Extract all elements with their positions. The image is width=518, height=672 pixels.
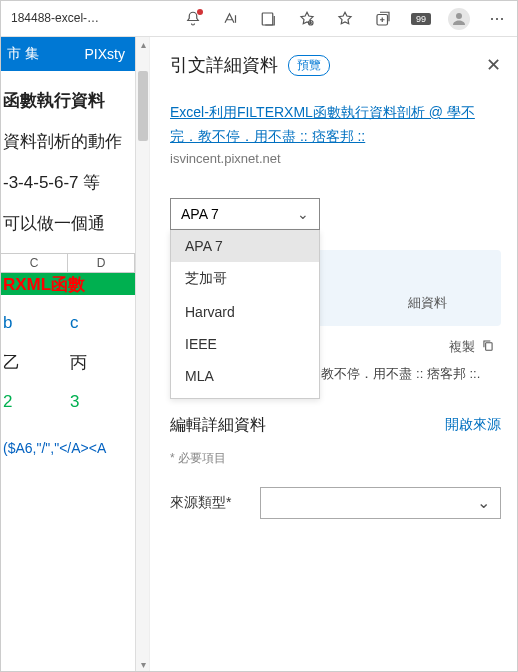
- tab-title: 184488-excel-利用...: [5, 10, 100, 27]
- citation-panel: 引文詳細資料 預覽 ✕ Excel-利用FILTERXML函數執行資料剖析 @ …: [150, 37, 517, 671]
- spreadsheet-header: CD: [1, 253, 135, 273]
- svg-rect-0: [262, 13, 273, 25]
- required-note: * 必要項目: [170, 450, 501, 467]
- spreadsheet-row: bc: [1, 313, 135, 333]
- style-dropdown[interactable]: APA 7 ⌄: [170, 198, 320, 230]
- source-type-select[interactable]: ⌄: [260, 487, 501, 519]
- scrollbar[interactable]: ▴ ▾: [136, 37, 150, 671]
- dropdown-list: APA 7 芝加哥 Harvard IEEE MLA: [170, 230, 320, 399]
- article-text: 函數執行資料: [3, 89, 135, 112]
- brand-badge[interactable]: 99: [405, 3, 437, 35]
- favorites-star-icon[interactable]: [291, 3, 323, 35]
- ribbon-item[interactable]: 市 集: [1, 45, 39, 63]
- more-icon[interactable]: ···: [481, 3, 513, 35]
- ribbon-item[interactable]: PIXsty: [85, 46, 135, 62]
- dropdown-option[interactable]: Harvard: [171, 296, 319, 328]
- scroll-thumb[interactable]: [138, 71, 148, 141]
- edit-details-title: 編輯詳細資料: [170, 415, 266, 436]
- chevron-down-icon: ⌄: [297, 206, 309, 222]
- dropdown-option[interactable]: IEEE: [171, 328, 319, 360]
- translate-icon[interactable]: [253, 3, 285, 35]
- copy-button[interactable]: 複製: [449, 338, 475, 356]
- collections-icon[interactable]: [367, 3, 399, 35]
- article-text: 可以做一個通: [3, 212, 135, 235]
- dropdown-value: APA 7: [181, 206, 219, 222]
- formula-text: ($A6,"/","</A><A: [1, 440, 135, 456]
- read-aloud-icon[interactable]: [215, 3, 247, 35]
- scroll-down-icon[interactable]: ▾: [136, 657, 150, 671]
- favorites-icon[interactable]: [329, 3, 361, 35]
- svg-point-3: [456, 13, 462, 19]
- notification-icon[interactable]: [177, 3, 209, 35]
- profile-avatar[interactable]: [443, 3, 475, 35]
- open-source-link[interactable]: 開啟來源: [445, 416, 501, 434]
- svg-rect-4: [486, 343, 492, 351]
- chevron-down-icon: ⌄: [477, 493, 490, 512]
- citation-host: isvincent.pixnet.net: [170, 151, 501, 166]
- panel-title: 引文詳細資料: [170, 53, 278, 77]
- preview-badge[interactable]: 預覽: [288, 55, 330, 76]
- scroll-up-icon[interactable]: ▴: [136, 37, 150, 51]
- browser-toolbar: 184488-excel-利用... 99 ···: [1, 1, 517, 37]
- dropdown-option[interactable]: MLA: [171, 360, 319, 392]
- source-type-label: 來源類型*: [170, 494, 240, 512]
- article-text: 資料剖析的動作: [3, 130, 135, 153]
- article-text: -3-4-5-6-7 等: [3, 171, 135, 194]
- citation-link[interactable]: Excel-利用FILTERXML函數執行資料剖析 @ 學不完．教不停．用不盡 …: [170, 101, 501, 149]
- close-icon[interactable]: ✕: [486, 54, 501, 76]
- spreadsheet-row: RXML函數: [1, 273, 135, 295]
- spreadsheet-row: 23: [1, 392, 135, 412]
- spreadsheet-row: 乙丙: [1, 351, 135, 374]
- dropdown-option[interactable]: APA 7: [171, 230, 319, 262]
- page-content-left: 市 集 PIXsty 函數執行資料 資料剖析的動作 -3-4-5-6-7 等 可…: [1, 37, 136, 671]
- ribbon-bar: 市 集 PIXsty: [1, 37, 135, 71]
- copy-icon[interactable]: [481, 338, 495, 355]
- dropdown-option[interactable]: 芝加哥: [171, 262, 319, 296]
